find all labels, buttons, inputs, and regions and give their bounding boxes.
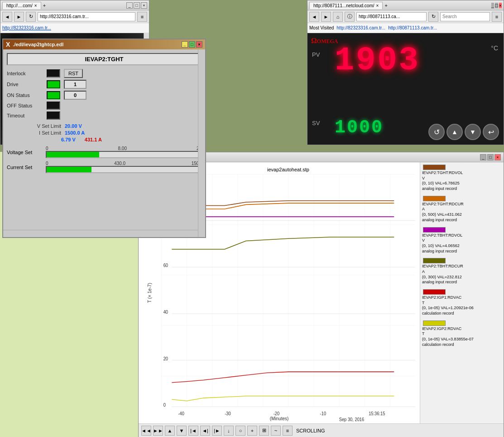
browser2-url-input[interactable]: [356, 12, 427, 21]
browser2-close[interactable]: ×: [499, 3, 502, 8]
browser1-url-input[interactable]: [38, 12, 135, 21]
off-status-row: OFF Status: [7, 102, 202, 110]
epics-maximize[interactable]: □: [189, 41, 195, 48]
epics-scrollbar-v[interactable]: [198, 49, 205, 237]
browser2-tab-label: http://8087111...netcloud.com/: [313, 3, 374, 8]
timeout-led: [47, 112, 60, 120]
svg-text:-40: -40: [178, 411, 184, 417]
browser2-minimize[interactable]: _: [491, 3, 494, 8]
legend-item-1: IEVAP2:TGHT:RDCUR A (0, 500) VAL=431.062…: [422, 195, 502, 223]
on-status-led: [47, 91, 60, 99]
drive-led: [47, 80, 60, 88]
omega-btn-enter[interactable]: ↩: [483, 124, 499, 140]
voltage-set-label: Voltage Set: [7, 150, 43, 155]
browser1-refresh[interactable]: ↻: [26, 12, 36, 22]
browser2-toolbar: ◄ ► ⌂ ⓘ ↻ ≡: [307, 10, 504, 23]
legend-color-3: [423, 258, 446, 263]
desktop: be e container incl center block http://…: [0, 0, 504, 437]
omega-sv-value: 1000: [335, 117, 384, 138]
browser1-tab[interactable]: http://....com/ ×: [2, 2, 41, 9]
current-mid: 430.0: [114, 161, 125, 166]
legend-color-1: [423, 196, 446, 201]
browser2-forward[interactable]: ►: [321, 12, 331, 22]
graph-legend: IEVAP2:TGHT:RDVOL V (0, 10) VAL=6.78625 …: [420, 162, 504, 423]
browser2-win-buttons: _ □ ×: [491, 3, 502, 8]
omega-sv-label: SV: [312, 120, 320, 126]
browser1-new-tab[interactable]: +: [43, 3, 46, 8]
browser2-bookmark-most-visited[interactable]: Most Visited: [309, 25, 334, 30]
legend-item-4: IEVAP2:IGP1:RDVAC T (0, 1e-05) VAL=1.209…: [422, 289, 502, 316]
epics-scrollbar-h[interactable]: [3, 230, 198, 237]
omega-unit: °C: [491, 44, 498, 52]
legend-text-5: IEVAP2:IGP2:RDVAC T (0, 1e-05) VAL=3.838…: [422, 326, 502, 348]
browser2-maximize[interactable]: □: [495, 3, 498, 8]
drive-value: 1: [64, 80, 86, 89]
browser2-more[interactable]: ≡: [492, 12, 502, 22]
browser1-maximize[interactable]: □: [134, 2, 140, 9]
legend-item-0: IEVAP2:TGHT:RDVOL V (0, 10) VAL=6.78625 …: [422, 164, 502, 192]
browser1-back[interactable]: ◄: [2, 12, 12, 22]
svg-text:15:36:15: 15:36:15: [369, 411, 385, 417]
legend-color-5: [423, 320, 446, 326]
browser2-refresh[interactable]: ↻: [428, 12, 438, 22]
omega-logo: ΩOMEGA: [311, 37, 338, 45]
browser2-content: ΩOMEGA PV 1903 °C SV 1000 ↺ ▲ ▼ ↩: [307, 33, 504, 145]
off-status-led: [47, 102, 60, 110]
epics-control-panel: X ./edl/ievap2tghtcp.edl _ □ × IEVAP2:TG…: [2, 39, 206, 238]
x-logo: X: [6, 41, 10, 48]
browser2-new-tab[interactable]: +: [384, 3, 387, 8]
omega-btn-down[interactable]: ▼: [465, 124, 481, 140]
browser2-tab[interactable]: http://8087111...netcloud.com/ ×: [309, 2, 383, 9]
legend-label-0: [422, 164, 502, 170]
drive-label: Drive: [7, 82, 43, 87]
browser1-titlebar: http://....com/ × + _ □ ×: [0, 0, 149, 10]
browser2-home[interactable]: ⌂: [333, 12, 343, 22]
rst-button[interactable]: RST: [64, 69, 83, 78]
legend-label-3: [422, 257, 502, 264]
browser1-close[interactable]: ×: [141, 2, 147, 9]
browser2-back[interactable]: ◄: [309, 12, 319, 22]
voltage-display: 6.79 V: [61, 137, 76, 142]
legend-color-2: [423, 227, 446, 233]
browser-omega: http://8087111...netcloud.com/ × + _ □ ×…: [307, 0, 504, 145]
browser1-minimize[interactable]: _: [126, 2, 133, 9]
current-set-label: Current Set: [7, 165, 43, 170]
omega-pv-value: 1903: [335, 42, 476, 79]
browser2-bookmark2[interactable]: http://80871113.cam.tr...: [388, 25, 437, 30]
graph-close[interactable]: ×: [494, 154, 501, 160]
browser1-close-tab[interactable]: ×: [34, 3, 37, 8]
browser2-search-input[interactable]: [440, 12, 490, 21]
omega-btn-back[interactable]: ↺: [428, 124, 445, 140]
i-set-limit-value: 1500.0 A: [65, 130, 85, 136]
i-set-limit-row: I Set Limit 1500.0 A: [7, 130, 202, 136]
interlock-row: Interlock RST: [7, 69, 202, 78]
off-status-label: OFF Status: [7, 103, 43, 108]
omega-display: ΩOMEGA PV 1903 °C SV 1000 ↺ ▲ ▼ ↩: [307, 33, 504, 145]
timeout-label: Timeout: [7, 113, 43, 118]
omega-btn-up[interactable]: ▲: [446, 124, 463, 140]
epics-close[interactable]: ×: [196, 41, 202, 48]
toolbar-prev-fast[interactable]: ◄◄: [141, 426, 151, 436]
legend-text-4: IEVAP2:IGP1:RDVAC T (0, 1e-05) VAL=1.209…: [422, 295, 502, 316]
voltage-slider-fill: [47, 152, 99, 157]
y-axis-label: T (× 1e-7): [147, 283, 152, 303]
svg-text:40: 40: [163, 309, 168, 315]
voltage-set-row: Voltage Set 0 8.00 20: [7, 146, 202, 158]
epics-minimize[interactable]: _: [182, 41, 188, 48]
browser1-bookmark1[interactable]: http://82323316.cam.tr...: [2, 25, 51, 30]
browser2-close-tab[interactable]: ×: [376, 3, 379, 8]
voltage-slider-track[interactable]: [46, 151, 202, 158]
svg-text:-10: -10: [320, 411, 326, 417]
graph-minimize[interactable]: _: [480, 154, 486, 160]
legend-item-5: IEVAP2:IGP2:RDVAC T (0, 1e-05) VAL=3.838…: [422, 320, 502, 348]
current-slider-range: 0 430.0 1500: [46, 161, 202, 173]
graph-maximize[interactable]: □: [487, 154, 494, 160]
epics-content-area: IEVAP2:TGHT Interlock RST Drive 1 ON Sta…: [3, 49, 205, 180]
graph-win-buttons: _ □ ×: [480, 154, 501, 160]
current-slider-track[interactable]: [46, 166, 202, 173]
on-status-value: 0: [64, 91, 86, 100]
browser1-forward[interactable]: ►: [14, 12, 24, 22]
current-slider-fill: [47, 167, 91, 172]
browser2-bookmark1[interactable]: http://82323316.cam.tr...: [336, 25, 385, 30]
browser1-more[interactable]: ≡: [137, 12, 147, 22]
